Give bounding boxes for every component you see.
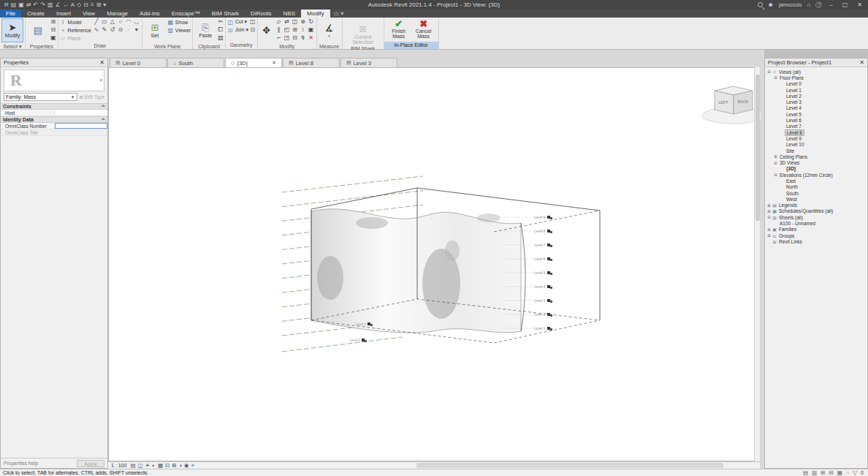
ribbon-tab-view[interactable]: View [77, 10, 101, 18]
reveal-hidden-icon[interactable]: ◉ [184, 462, 189, 469]
tree-item[interactable]: Level 6 [766, 117, 867, 123]
tree-item[interactable]: Site [766, 148, 867, 154]
vertical-scroll-thumb[interactable] [755, 75, 760, 221]
vertical-scrollbar[interactable] [754, 67, 760, 461]
family-attrs-icon[interactable]: ▣ [50, 34, 56, 42]
drawing-area[interactable]: Level 9Level 8Level 7Level 6Level 5Level… [108, 67, 760, 461]
level-marker-icon[interactable] [547, 230, 550, 233]
filter-icon[interactable]: ▽ [853, 469, 857, 476]
tree-item[interactable]: Level 4 [766, 105, 867, 111]
level-marker-icon[interactable] [550, 217, 552, 219]
level-marker-icon[interactable] [550, 328, 552, 330]
tree-item[interactable]: Level 3 [766, 99, 867, 105]
tree-item[interactable]: ⊟⌗Views (all) [766, 69, 867, 75]
tree-item[interactable]: ⊞▤Legends [766, 203, 867, 208]
geometry-tool-icon-0[interactable]: ◫ [250, 18, 256, 26]
tree-item[interactable]: Level 8 [766, 129, 867, 135]
redo-icon[interactable]: ↷ [40, 0, 45, 10]
ribbon-tab-file[interactable]: File [0, 10, 21, 18]
level-marker-icon[interactable] [550, 273, 552, 275]
signed-in-user[interactable]: jamoccolo [779, 2, 802, 7]
save-icon[interactable]: ▣ [18, 0, 24, 10]
modify-tool-icon-6[interactable]: ◰ [283, 26, 291, 34]
measure-dropdown-icon[interactable]: ▾ [328, 34, 330, 38]
detail-level-icon[interactable]: ▤ [130, 462, 135, 469]
design-options-icon[interactable]: ▥ [812, 469, 817, 476]
ribbon-tab-create[interactable]: Create [21, 10, 50, 18]
properties-palette-button[interactable]: ▤ [27, 18, 49, 42]
ribbon-tab-modify[interactable]: Modify [301, 10, 330, 18]
main-model-icon[interactable]: ⊞ [821, 469, 825, 476]
horizontal-scrollbar[interactable] [197, 462, 760, 469]
thin-lines-icon[interactable]: ≡ [91, 0, 94, 10]
join-geometry-button[interactable]: ⊡Join ▾ [227, 26, 248, 34]
family-type-dropdown[interactable]: Family: Mass ▼ [4, 93, 77, 101]
cancel-mass-button[interactable]: ✖ Cancel Mass [414, 19, 434, 39]
tree-item[interactable]: ⊞⊡Groups [766, 233, 867, 238]
section-icon[interactable]: ⊟ [83, 0, 88, 10]
help-icon[interactable]: ? [815, 1, 822, 8]
app-store-icon[interactable]: ⌂ [807, 1, 810, 8]
user-avatar-icon[interactable]: ☻ [768, 1, 774, 8]
collapse-arrow-icon[interactable]: « [191, 462, 194, 469]
level-marker-icon[interactable] [550, 231, 552, 233]
tree-expander-icon[interactable]: ⊞ [766, 209, 772, 214]
modify-tool-icon-10[interactable]: ⌐ [275, 34, 283, 42]
modify-tool-icon-5[interactable]: ∥ [275, 26, 283, 34]
draw-tool-icon-6[interactable]: ∿ [93, 26, 100, 34]
property-value[interactable] [55, 110, 107, 116]
property-value[interactable] [55, 129, 107, 135]
level-marker-icon[interactable] [362, 339, 365, 341]
level-line[interactable] [282, 176, 423, 192]
view-tab-level-0[interactable]: ▤Level 0 [110, 58, 167, 67]
crop-region-icon[interactable]: ⊞ [172, 462, 176, 469]
level-marker-icon[interactable] [550, 314, 552, 317]
tree-item[interactable]: ⊟Elevations (12mm Circle) [766, 172, 867, 178]
tree-item[interactable]: West [766, 196, 867, 202]
visual-style-icon[interactable]: ◫ [138, 462, 143, 469]
level-marker-icon[interactable] [547, 271, 550, 274]
draw-model-option[interactable]: ⌇Model [60, 18, 91, 26]
draw-tool-icon-10[interactable]: · [125, 26, 132, 34]
measure-icon[interactable]: ∠ [56, 0, 61, 10]
clipboard-tool-icon-1[interactable]: ⧠ [218, 26, 224, 34]
tree-expander-icon[interactable]: ⊞ [766, 227, 772, 232]
ui-grid-icon[interactable]: ⊞ [96, 0, 102, 10]
tree-item[interactable]: Level 9 [766, 135, 867, 141]
tree-item[interactable]: Level 7 [766, 124, 867, 129]
level-marker-icon[interactable] [547, 327, 550, 330]
level-marker-icon[interactable] [368, 322, 370, 325]
view-tab-close-icon[interactable]: ✕ [272, 60, 276, 66]
level-marker-icon[interactable] [550, 259, 552, 261]
draw-tool-icon-11[interactable]: ▾ [133, 26, 140, 34]
tree-item[interactable]: Level 5 [766, 111, 867, 117]
rendering-icon[interactable]: ▦ [158, 462, 163, 469]
tree-expander-icon[interactable]: ⊟ [773, 173, 778, 177]
tree-expander-icon[interactable]: ⊟ [773, 75, 778, 80]
tree-item[interactable]: South [766, 190, 867, 196]
ribbon-tab-enscape-[interactable]: Enscape™ [166, 10, 206, 18]
ribbon-tab-nbs[interactable]: NBS [278, 10, 301, 18]
move-button[interactable]: ✥ [259, 18, 274, 42]
clipboard-tool-icon-0[interactable]: ✂ [218, 18, 224, 26]
revit-logo[interactable]: R [4, 0, 9, 10]
tree-expander-icon[interactable]: ⊞ [773, 154, 778, 159]
close-button[interactable]: ✕ [855, 1, 864, 8]
minimize-button[interactable]: – [827, 1, 834, 8]
select-toggle-icon[interactable]: ◌ [846, 469, 849, 476]
tree-item[interactable]: ⊟Floor Plans [766, 75, 867, 80]
draw-tool-icon-4[interactable]: ◠ [125, 18, 132, 26]
tree-item[interactable]: North [766, 184, 867, 190]
open-icon[interactable]: ▤ [11, 0, 17, 10]
modify-tool-icon-3[interactable]: ⊕ [300, 18, 307, 26]
level-marker-icon[interactable] [365, 340, 367, 342]
ribbon-tab-add-ins[interactable]: Add-Ins [134, 10, 166, 18]
modify-tool-icon-2[interactable]: ◫ [292, 18, 299, 26]
level-line[interactable] [282, 191, 423, 207]
tree-expander-icon[interactable]: ⊞ [766, 233, 772, 238]
modify-tool-icon-7[interactable]: ⊞ [292, 26, 299, 34]
modify-tool-icon-9[interactable]: ▣ [308, 26, 315, 34]
modify-tool-icon-12[interactable]: ⊟ [292, 34, 299, 42]
view-tab-south[interactable]: ⌂South [167, 58, 224, 67]
sun-path-icon[interactable]: ☀ [145, 462, 151, 469]
